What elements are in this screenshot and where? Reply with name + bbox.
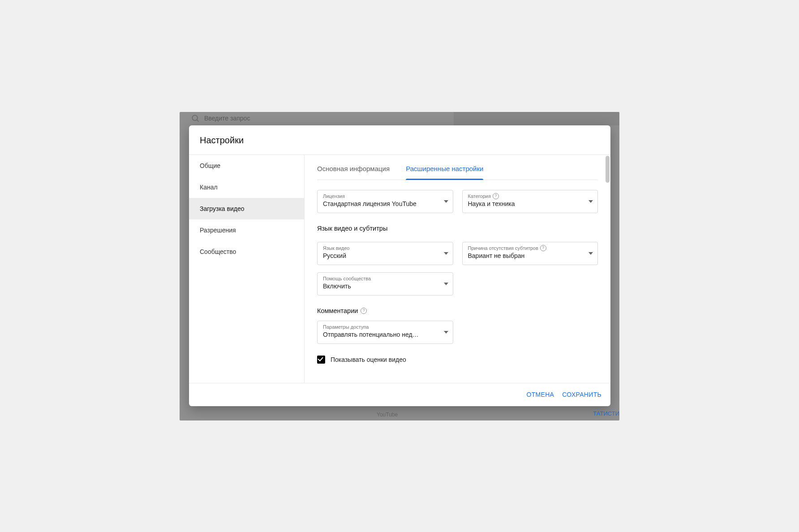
- sidebar-item-permissions[interactable]: Разрешения: [189, 219, 304, 241]
- chevron-down-icon: [589, 252, 593, 255]
- bg-search: Введите запрос: [191, 114, 250, 123]
- search-icon: [191, 114, 200, 123]
- license-select[interactable]: Лицензия Стандартная лицензия YouTube: [317, 190, 453, 213]
- section-language: Язык видео и субтитры: [317, 225, 598, 232]
- content-wrap: Основная информация Расширенные настройк…: [305, 155, 610, 383]
- show-ratings-row: Показывать оценки видео: [317, 356, 598, 364]
- checkbox-label: Показывать оценки видео: [331, 356, 406, 363]
- field-label: Причина отсутствия субтитров ?: [468, 245, 582, 251]
- field-value: Вариант не выбран: [468, 252, 582, 259]
- row-comments-access: Параметры доступа Отправлять потенциальн…: [317, 321, 598, 344]
- sidebar-item-label: Общие: [200, 162, 220, 169]
- comments-access-select[interactable]: Параметры доступа Отправлять потенциальн…: [317, 321, 453, 344]
- sidebar-item-label: Разрешения: [200, 227, 236, 234]
- bg-search-placeholder: Введите запрос: [204, 115, 250, 122]
- tab-basic-info[interactable]: Основная информация: [317, 165, 390, 180]
- row-license-category: Лицензия Стандартная лицензия YouTube Ка…: [317, 190, 598, 213]
- chevron-down-icon: [444, 252, 448, 255]
- dialog-footer: Отмена Сохранить: [189, 383, 610, 406]
- sidebar-item-label: Сообщество: [200, 248, 236, 255]
- svg-point-0: [192, 115, 198, 120]
- help-icon[interactable]: ?: [361, 308, 367, 314]
- chevron-down-icon: [444, 283, 448, 285]
- field-value: Включить: [323, 283, 437, 290]
- category-select[interactable]: Категория ? Наука и техника: [462, 190, 598, 213]
- field-label: Категория ?: [468, 193, 582, 199]
- show-ratings-checkbox[interactable]: [317, 356, 325, 364]
- sidebar-item-label: Загрузка видео: [200, 205, 245, 212]
- chevron-down-icon: [589, 200, 593, 203]
- tab-label: Основная информация: [317, 165, 390, 172]
- content-tabs: Основная информация Расширенные настройк…: [317, 155, 598, 180]
- field-value: Наука и техника: [468, 200, 582, 207]
- field-label: Лицензия: [323, 193, 437, 199]
- community-help-select[interactable]: Помощь сообщества Включить: [317, 272, 453, 296]
- bg-stat-link: ТАТИСТИ: [593, 410, 619, 417]
- chevron-down-icon: [444, 200, 448, 203]
- help-icon[interactable]: ?: [540, 245, 546, 251]
- field-label: Язык видео: [323, 245, 437, 251]
- sidebar-item-channel[interactable]: Канал: [189, 176, 304, 198]
- dialog-body: Общие Канал Загрузка видео Разрешения Со…: [189, 154, 610, 383]
- sidebar-item-community[interactable]: Сообщество: [189, 241, 304, 262]
- sidebar-item-label: Канал: [200, 184, 218, 191]
- captions-reason-select[interactable]: Причина отсутствия субтитров ? Вариант н…: [462, 242, 598, 265]
- bg-youtube-label: YouTube: [377, 412, 398, 418]
- field-value: Отправлять потенциально нед…: [323, 331, 437, 338]
- tab-label: Расширенные настройки: [406, 165, 483, 172]
- field-label-text: Причина отсутствия субтитров: [468, 245, 538, 251]
- help-icon[interactable]: ?: [493, 193, 499, 199]
- field-value: Русский: [323, 252, 437, 259]
- row-community-help: Помощь сообщества Включить: [317, 272, 598, 296]
- field-label: Помощь сообщества: [323, 275, 437, 282]
- dialog-header: Настройки: [189, 125, 610, 154]
- settings-dialog: Настройки Общие Канал Загрузка видео Раз…: [189, 125, 610, 406]
- save-button[interactable]: Сохранить: [562, 391, 601, 398]
- row-language: Язык видео Русский Причина отсутствия су…: [317, 242, 598, 265]
- field-label: Параметры доступа: [323, 324, 437, 330]
- section-label: Комментарии: [317, 307, 358, 314]
- settings-content: Основная информация Расширенные настройк…: [305, 155, 610, 383]
- bg-toolbar-blur: [454, 112, 619, 125]
- field-label-text: Категория: [468, 193, 491, 199]
- dialog-title: Настройки: [200, 135, 600, 146]
- tab-advanced[interactable]: Расширенные настройки: [406, 165, 483, 180]
- cancel-button[interactable]: Отмена: [527, 391, 554, 398]
- sidebar-item-general[interactable]: Общие: [189, 155, 304, 176]
- app-viewport: Введите запрос о канал дней ые (часы) в …: [180, 112, 619, 420]
- svg-line-1: [197, 120, 199, 121]
- video-language-select[interactable]: Язык видео Русский: [317, 242, 453, 265]
- chevron-down-icon: [444, 331, 448, 334]
- sidebar-item-upload[interactable]: Загрузка видео: [189, 198, 304, 219]
- settings-sidebar: Общие Канал Загрузка видео Разрешения Со…: [189, 155, 305, 383]
- field-value: Стандартная лицензия YouTube: [323, 200, 437, 207]
- section-comments: Комментарии ?: [317, 307, 598, 314]
